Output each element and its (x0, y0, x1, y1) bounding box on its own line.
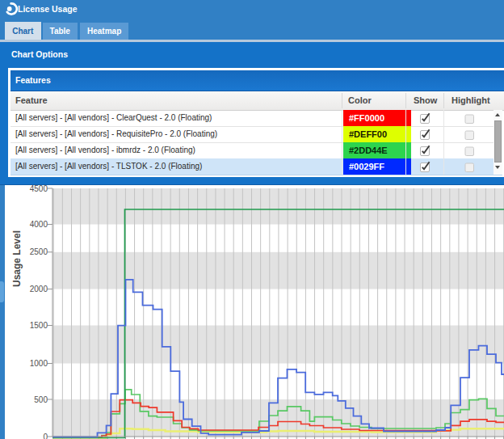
svg-text:2500: 2500 (30, 247, 48, 256)
svg-text:4500: 4500 (30, 185, 48, 193)
svg-text:Usage Level: Usage Level (11, 230, 23, 287)
svg-text:0: 0 (43, 433, 48, 439)
svg-text:2000: 2000 (30, 285, 48, 293)
svg-text:500: 500 (34, 395, 48, 404)
svg-text:1500: 1500 (30, 321, 48, 330)
svg-text:1000: 1000 (30, 359, 48, 368)
svg-text:4000: 4000 (30, 220, 48, 229)
